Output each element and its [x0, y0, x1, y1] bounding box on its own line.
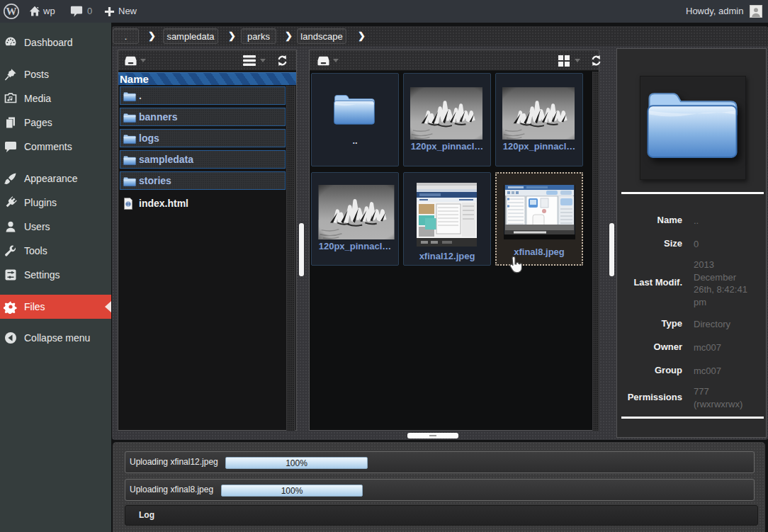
svg-text:W: W [6, 6, 17, 17]
